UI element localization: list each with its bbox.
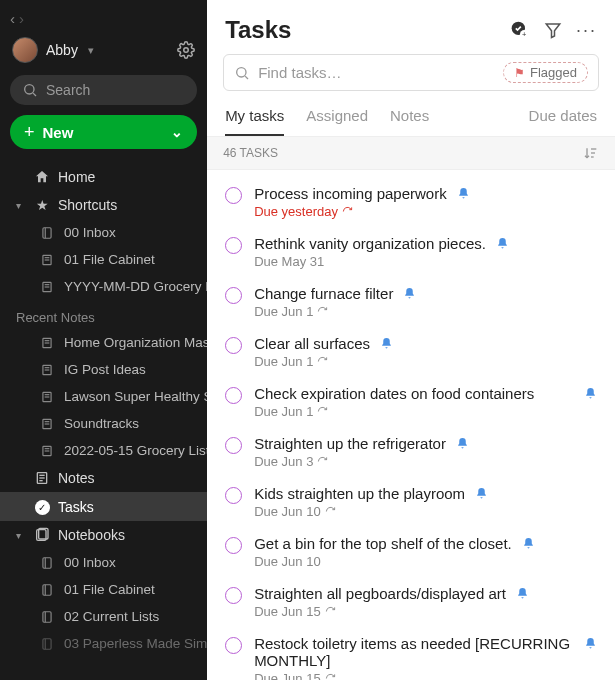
shortcut-label: YYYY-MM-DD Grocery List xyxy=(64,279,207,294)
task-body: Check expiration dates on food container… xyxy=(254,385,597,419)
task-body: Get a bin for the top shelf of the close… xyxy=(254,535,597,569)
find-tasks-input[interactable]: Find tasks… ⚑ Flagged xyxy=(223,54,599,91)
sidebar-item-home[interactable]: ▸ Home xyxy=(0,163,207,191)
task-item[interactable]: Straighten all pegboards/displayed artDu… xyxy=(207,576,615,626)
note-icon xyxy=(40,280,56,294)
svg-rect-38 xyxy=(43,638,51,649)
main-header: Tasks + ··· xyxy=(207,0,615,54)
flagged-filter-chip[interactable]: ⚑ Flagged xyxy=(503,62,588,83)
sort-button[interactable] xyxy=(583,145,599,161)
task-checkbox[interactable] xyxy=(225,237,242,254)
search-input[interactable]: Search xyxy=(10,75,197,105)
sidebar-item-tasks[interactable]: ▸ ✓ Tasks xyxy=(0,492,207,521)
recent-note-item[interactable]: IG Post Ideas xyxy=(0,356,207,383)
task-body: Kids straighten up the playroomDue Jun 1… xyxy=(254,485,597,519)
task-checkbox[interactable] xyxy=(225,437,242,454)
task-item[interactable]: Change furnace filterDue Jun 1 xyxy=(207,276,615,326)
recent-note-item[interactable]: 2022-05-15 Grocery List xyxy=(0,437,207,464)
flagged-label: Flagged xyxy=(530,65,577,80)
task-item[interactable]: Restock toiletry items as needed [RECURR… xyxy=(207,626,615,680)
notebook-icon xyxy=(40,583,56,597)
star-icon: ★ xyxy=(34,197,50,213)
recurring-icon xyxy=(317,356,328,367)
task-title: Kids straighten up the playroom xyxy=(254,485,465,502)
tab-notes[interactable]: Notes xyxy=(390,107,429,136)
task-checkbox[interactable] xyxy=(225,587,242,604)
recurring-icon xyxy=(342,206,353,217)
recent-note-item[interactable]: Home Organization Mast… xyxy=(0,329,207,356)
home-icon xyxy=(34,169,50,185)
task-due: Due Jun 15 xyxy=(254,604,597,619)
plus-icon: + xyxy=(24,123,35,141)
nav-forward-icon[interactable]: › xyxy=(19,10,24,27)
caret-down-icon: ▾ xyxy=(16,530,26,541)
notebook-item[interactable]: 03 Paperless Made Simple xyxy=(0,630,207,657)
chevron-down-icon: ▾ xyxy=(88,44,94,57)
task-title: Clear all surfaces xyxy=(254,335,370,352)
filter-button[interactable] xyxy=(544,21,562,39)
sidebar-item-notebooks[interactable]: ▾ Notebooks xyxy=(0,521,207,549)
recurring-icon xyxy=(317,306,328,317)
notebook-item[interactable]: 01 File Cabinet xyxy=(0,576,207,603)
search-placeholder: Search xyxy=(46,82,90,98)
task-checkbox[interactable] xyxy=(225,187,242,204)
new-button-label: New xyxy=(43,124,74,141)
recent-note-label: Lawson Super Healthy Su… xyxy=(64,389,207,404)
new-button[interactable]: + New ⌄ xyxy=(10,115,197,149)
note-icon xyxy=(40,444,56,458)
shortcut-item[interactable]: 01 File Cabinet xyxy=(0,246,207,273)
task-checkbox[interactable] xyxy=(225,387,242,404)
task-item[interactable]: Clear all surfacesDue Jun 1 xyxy=(207,326,615,376)
more-button[interactable]: ··· xyxy=(576,20,597,41)
nav-back-icon[interactable]: ‹ xyxy=(10,10,15,27)
task-item[interactable]: Process incoming paperworkDue yesterday xyxy=(207,176,615,226)
task-checkbox[interactable] xyxy=(225,337,242,354)
task-item[interactable]: Check expiration dates on food container… xyxy=(207,376,615,426)
shortcut-item[interactable]: YYYY-MM-DD Grocery List xyxy=(0,273,207,300)
sidebar-item-label: Home xyxy=(58,169,195,185)
task-checkbox[interactable] xyxy=(225,487,242,504)
recent-note-label: Soundtracks xyxy=(64,416,139,431)
task-title: Process incoming paperwork xyxy=(254,185,447,202)
find-row: Find tasks… ⚑ Flagged xyxy=(207,54,615,101)
task-body: Process incoming paperworkDue yesterday xyxy=(254,185,597,219)
task-title: Straighten up the refrigerator xyxy=(254,435,446,452)
svg-point-0 xyxy=(184,48,189,53)
notebooks-icon xyxy=(34,527,50,543)
recent-note-item[interactable]: Soundtracks xyxy=(0,410,207,437)
main-panel: Tasks + ··· Find tasks… ⚑ Flagged My tas… xyxy=(207,0,615,680)
tab-my-tasks[interactable]: My tasks xyxy=(225,107,284,136)
shortcut-item[interactable]: 00 Inbox xyxy=(0,219,207,246)
notebook-item[interactable]: 02 Current Lists xyxy=(0,603,207,630)
notebook-item[interactable]: 00 Inbox xyxy=(0,549,207,576)
task-checkbox[interactable] xyxy=(225,287,242,304)
task-title: Rethink vanity organization pieces. xyxy=(254,235,486,252)
task-count-label: 46 TASKS xyxy=(223,146,278,160)
caret-down-icon: ▾ xyxy=(16,200,26,211)
find-placeholder: Find tasks… xyxy=(258,64,495,81)
notebook-label: 02 Current Lists xyxy=(64,609,159,624)
sidebar-item-shortcuts[interactable]: ▾ ★ Shortcuts xyxy=(0,191,207,219)
profile-button[interactable]: Abby ▾ xyxy=(12,37,94,63)
task-item[interactable]: Rethink vanity organization pieces.Due M… xyxy=(207,226,615,276)
notebook-icon xyxy=(40,556,56,570)
recent-note-item[interactable]: Lawson Super Healthy Su… xyxy=(0,383,207,410)
recent-note-label: IG Post Ideas xyxy=(64,362,146,377)
task-body: Restock toiletry items as needed [RECURR… xyxy=(254,635,597,680)
sidebar-item-label: Tasks xyxy=(58,499,195,515)
task-item[interactable]: Straighten up the refrigeratorDue Jun 3 xyxy=(207,426,615,476)
task-checkbox[interactable] xyxy=(225,537,242,554)
add-task-icon: + xyxy=(510,20,530,40)
tab-due-dates[interactable]: Due dates xyxy=(529,107,597,136)
task-item[interactable]: Kids straighten up the playroomDue Jun 1… xyxy=(207,476,615,526)
tab-assigned[interactable]: Assigned xyxy=(306,107,368,136)
notebook-label: 01 File Cabinet xyxy=(64,582,155,597)
add-task-button[interactable]: + xyxy=(510,20,530,40)
search-icon xyxy=(22,82,38,98)
sidebar-item-notes[interactable]: ▸ Notes xyxy=(0,464,207,492)
task-checkbox[interactable] xyxy=(225,637,242,654)
settings-button[interactable] xyxy=(177,41,195,59)
svg-point-1 xyxy=(25,85,34,94)
task-item[interactable]: Get a bin for the top shelf of the close… xyxy=(207,526,615,576)
gear-icon xyxy=(177,41,195,59)
